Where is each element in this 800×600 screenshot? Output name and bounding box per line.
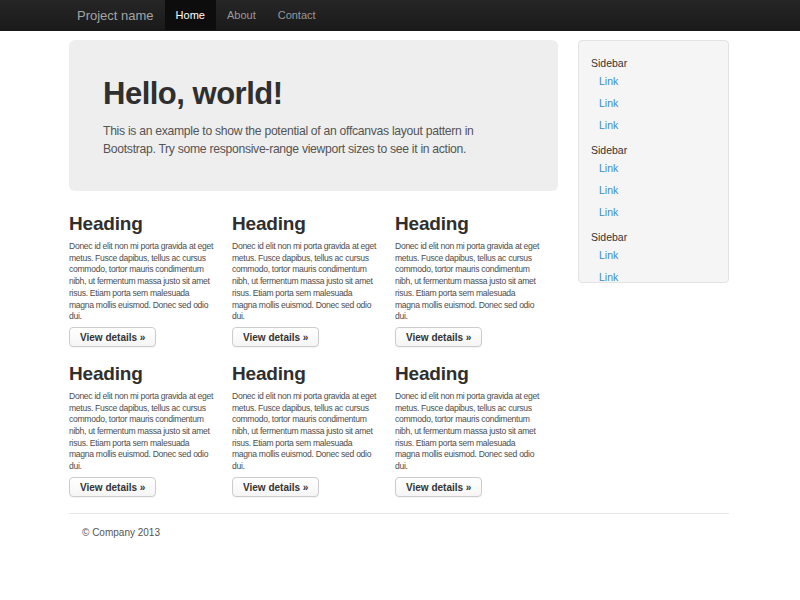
copyright-text: © Company 2013 bbox=[82, 527, 729, 538]
sidebar-group-header: Sidebar bbox=[579, 231, 728, 244]
page-container: Hello, world! This is an example to show… bbox=[69, 40, 729, 538]
navbar-menu: HomeAboutContact bbox=[165, 0, 327, 30]
sidebar-group-header: Sidebar bbox=[579, 144, 728, 157]
card-body-text: Donec id elit non mi porta gravida at eg… bbox=[232, 391, 389, 473]
jumbotron: Hello, world! This is an example to show… bbox=[69, 40, 558, 191]
sidebar-nav: SidebarLinkLinkLinkSidebarLinkLinkLinkSi… bbox=[578, 40, 729, 283]
sidebar-link[interactable]: Link bbox=[579, 179, 728, 201]
card: HeadingDonec id elit non mi porta gravid… bbox=[232, 355, 395, 497]
brand-link[interactable]: Project name bbox=[77, 0, 154, 30]
card-heading: Heading bbox=[69, 363, 226, 385]
sidebar-link[interactable]: Link bbox=[579, 92, 728, 114]
card-body-text: Donec id elit non mi porta gravida at eg… bbox=[69, 241, 226, 323]
card-heading: Heading bbox=[232, 213, 389, 235]
navbar: Project name HomeAboutContact bbox=[0, 0, 800, 31]
sidebar-link[interactable]: Link bbox=[579, 157, 728, 179]
card: HeadingDonec id elit non mi porta gravid… bbox=[69, 205, 232, 347]
card: HeadingDonec id elit non mi porta gravid… bbox=[69, 355, 232, 497]
sidebar-link[interactable]: Link bbox=[579, 114, 728, 136]
card: HeadingDonec id elit non mi porta gravid… bbox=[395, 355, 558, 497]
card-row: HeadingDonec id elit non mi porta gravid… bbox=[69, 355, 558, 497]
sidebar-link[interactable]: Link bbox=[579, 244, 728, 266]
jumbotron-title: Hello, world! bbox=[103, 78, 524, 110]
sidebar-link[interactable]: Link bbox=[579, 201, 728, 223]
view-details-button[interactable]: View details » bbox=[69, 477, 156, 497]
footer: © Company 2013 bbox=[69, 513, 729, 538]
sidebar-group-header: Sidebar bbox=[579, 57, 728, 70]
view-details-button[interactable]: View details » bbox=[395, 477, 482, 497]
card-body-text: Donec id elit non mi porta gravida at eg… bbox=[395, 241, 552, 323]
card-row: HeadingDonec id elit non mi porta gravid… bbox=[69, 205, 558, 347]
card: HeadingDonec id elit non mi porta gravid… bbox=[395, 205, 558, 347]
sidebar-column: SidebarLinkLinkLinkSidebarLinkLinkLinkSi… bbox=[578, 40, 729, 497]
nav-item-home[interactable]: Home bbox=[165, 0, 216, 30]
view-details-button[interactable]: View details » bbox=[232, 477, 319, 497]
jumbotron-text: This is an example to show the potential… bbox=[103, 122, 524, 158]
content-rows: HeadingDonec id elit non mi porta gravid… bbox=[69, 205, 558, 497]
card-body-text: Donec id elit non mi porta gravida at eg… bbox=[232, 241, 389, 323]
view-details-button[interactable]: View details » bbox=[395, 327, 482, 347]
card-body-text: Donec id elit non mi porta gravida at eg… bbox=[395, 391, 552, 473]
view-details-button[interactable]: View details » bbox=[69, 327, 156, 347]
card-heading: Heading bbox=[232, 363, 389, 385]
view-details-button[interactable]: View details » bbox=[232, 327, 319, 347]
card-heading: Heading bbox=[395, 363, 552, 385]
nav-item-contact[interactable]: Contact bbox=[267, 0, 327, 30]
main-row: Hello, world! This is an example to show… bbox=[69, 40, 729, 497]
card-heading: Heading bbox=[395, 213, 552, 235]
sidebar-link[interactable]: Link bbox=[579, 266, 728, 283]
card-heading: Heading bbox=[69, 213, 226, 235]
card-body-text: Donec id elit non mi porta gravida at eg… bbox=[69, 391, 226, 473]
content-column: Hello, world! This is an example to show… bbox=[69, 40, 558, 497]
sidebar-link[interactable]: Link bbox=[579, 70, 728, 92]
nav-item-about[interactable]: About bbox=[216, 0, 267, 30]
card: HeadingDonec id elit non mi porta gravid… bbox=[232, 205, 395, 347]
